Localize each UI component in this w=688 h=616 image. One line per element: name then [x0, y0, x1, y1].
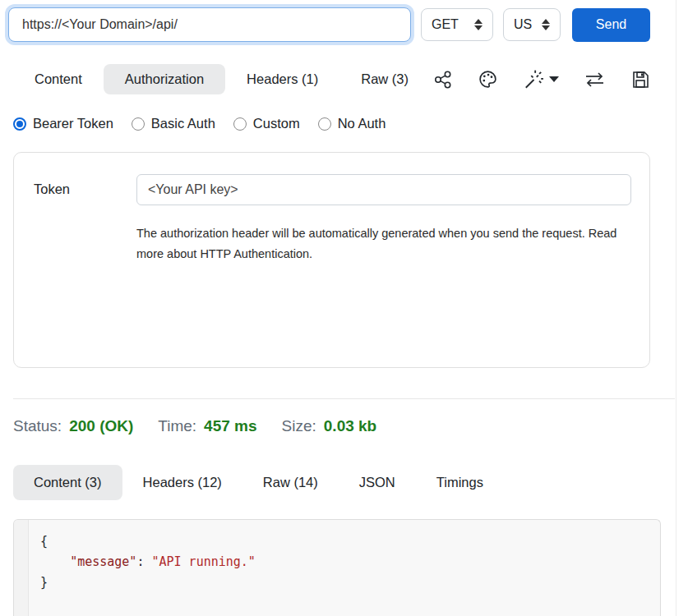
json-value: "API running." — [151, 554, 255, 569]
token-label: Token — [34, 174, 136, 197]
palette-icon[interactable] — [478, 69, 498, 90]
radio-label: Bearer Token — [33, 116, 113, 131]
radio-bearer-token[interactable]: Bearer Token — [13, 116, 113, 131]
size-value: 0.03 kb — [324, 417, 376, 435]
radio-icon — [233, 117, 247, 131]
url-input[interactable] — [8, 7, 411, 42]
region-select-value: US — [514, 17, 532, 32]
time-value: 457 ms — [204, 417, 256, 435]
tab-raw[interactable]: Raw (3) — [339, 64, 430, 94]
tab-content[interactable]: Content — [13, 64, 104, 94]
tab-authorization[interactable]: Authorization — [104, 64, 225, 94]
radio-icon — [132, 117, 145, 131]
radio-icon — [13, 117, 26, 131]
response-tabs: Content (3) Headers (12) Raw (14) JSON T… — [13, 465, 688, 500]
select-arrows-icon — [474, 19, 483, 30]
rtab-raw[interactable]: Raw (14) — [242, 465, 339, 500]
status-pair: Status: 200 (OK) — [13, 417, 133, 435]
radio-label: Custom — [253, 116, 300, 131]
method-select-value: GET — [432, 17, 459, 32]
radio-custom[interactable]: Custom — [233, 116, 300, 131]
auth-help-text: The authorization header will be automat… — [136, 223, 630, 265]
code-gutter — [14, 520, 29, 616]
json-indent — [40, 554, 70, 569]
time-label: Time: — [158, 417, 196, 435]
size-label: Size: — [282, 417, 316, 435]
api-tester-app: GET US Send Content Authorization Header… — [0, 0, 688, 616]
radio-icon — [318, 117, 331, 131]
size-pair: Size: 0.03 kb — [282, 417, 377, 435]
save-icon[interactable] — [630, 70, 650, 90]
token-panel: Token The authorization header will be a… — [13, 152, 650, 368]
auth-options: Bearer Token Basic Auth Custom No Auth — [13, 116, 688, 131]
response-body-viewer[interactable]: { "message": "API running." } — [13, 519, 661, 616]
token-input[interactable] — [136, 174, 631, 205]
magic-wand-icon[interactable] — [523, 69, 559, 90]
rtab-json[interactable]: JSON — [339, 465, 416, 500]
rtab-timings[interactable]: Timings — [416, 465, 504, 500]
content-edge-divider — [676, 0, 676, 616]
toolbar — [433, 69, 650, 90]
share-icon[interactable] — [433, 70, 453, 90]
method-select[interactable]: GET — [421, 8, 493, 41]
json-close-brace: } — [40, 575, 48, 590]
request-tabs: Content Authorization Headers (1) Raw (3… — [13, 64, 430, 94]
rtab-content[interactable]: Content (3) — [13, 465, 122, 500]
select-arrows-icon — [542, 19, 550, 30]
swap-arrows-icon[interactable] — [584, 70, 606, 90]
status-label: Status: — [13, 417, 62, 435]
region-select[interactable]: US — [503, 8, 561, 41]
tab-headers[interactable]: Headers (1) — [225, 64, 339, 94]
time-pair: Time: 457 ms — [158, 417, 256, 435]
json-colon: : — [136, 554, 151, 569]
radio-basic-auth[interactable]: Basic Auth — [132, 116, 215, 131]
radio-no-auth[interactable]: No Auth — [318, 116, 386, 131]
request-tabs-row: Content Authorization Headers (1) Raw (3… — [13, 64, 650, 94]
status-value: 200 (OK) — [69, 417, 133, 435]
chevron-down-icon — [549, 76, 559, 82]
json-key: "message" — [70, 554, 136, 569]
rtab-headers[interactable]: Headers (12) — [122, 465, 242, 500]
radio-label: Basic Auth — [151, 116, 215, 131]
section-divider — [13, 398, 675, 399]
radio-label: No Auth — [338, 116, 386, 131]
response-status-row: Status: 200 (OK) Time: 457 ms Size: 0.03… — [13, 417, 688, 435]
request-bar: GET US Send — [0, 0, 688, 42]
json-open-brace: { — [40, 534, 48, 549]
response-json: { "message": "API running." } — [29, 520, 256, 616]
send-button[interactable]: Send — [572, 8, 650, 42]
